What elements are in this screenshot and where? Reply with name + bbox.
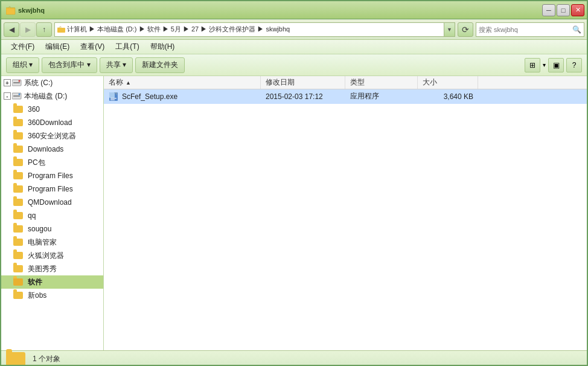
sidebar-item-sougou[interactable]: sougou xyxy=(1,222,103,236)
drive-c-icon xyxy=(12,78,22,88)
help-button[interactable]: ? xyxy=(566,58,582,72)
address-dropdown-button[interactable]: ▼ xyxy=(444,23,455,36)
share-button[interactable]: 共享 ▾ xyxy=(100,57,133,73)
svg-rect-2 xyxy=(57,28,65,33)
svg-rect-12 xyxy=(110,98,117,99)
sidebar: + 系统 (C:) - 本地磁盘 (D:) xyxy=(1,76,104,350)
column-name-header[interactable]: 名称 ▲ xyxy=(104,76,261,89)
column-date-header[interactable]: 修改日期 xyxy=(261,76,345,89)
search-icon[interactable]: 🔍 xyxy=(572,25,581,34)
drive-d-icon xyxy=(12,91,22,101)
sidebar-item-newobs[interactable]: 新obs xyxy=(1,289,103,302)
address-text: 计算机 ▶ 本地磁盘 (D:) ▶ 软件 ▶ 5月 ▶ 27 ▶ 沙科文件保护器… xyxy=(67,25,290,34)
folder-meitu-icon xyxy=(13,265,23,272)
sidebar-label-pcmgr: 电脑管家 xyxy=(28,237,57,248)
sidebar-label-firefox: 火狐浏览器 xyxy=(28,251,64,261)
column-size-header[interactable]: 大小 xyxy=(418,76,478,89)
sidebar-item-qq[interactable]: qq xyxy=(1,209,103,222)
close-button[interactable]: ✕ xyxy=(571,4,584,16)
folder-pcbao-icon xyxy=(13,159,23,166)
minimize-button[interactable]: ─ xyxy=(542,4,555,16)
sidebar-item-pcmanager[interactable]: 电脑管家 xyxy=(1,236,103,249)
sidebar-label-360br: 360安全浏览器 xyxy=(28,131,76,141)
sidebar-item-downloads[interactable]: Downloads xyxy=(1,143,103,156)
window-title: skwjbhq xyxy=(18,7,45,14)
sidebar-label-c: 系统 (C:) xyxy=(24,78,53,88)
address-bar[interactable]: 计算机 ▶ 本地磁盘 (D:) ▶ 软件 ▶ 5月 ▶ 27 ▶ 沙科文件保护器… xyxy=(54,22,455,37)
search-container: 🔍 xyxy=(476,22,584,37)
exe-file-icon xyxy=(109,92,118,101)
new-folder-button[interactable]: 新建文件夹 xyxy=(135,57,185,73)
folder-360-icon xyxy=(13,106,23,113)
status-bar: 1 个对象 xyxy=(1,350,587,366)
main-area: + 系统 (C:) - 本地磁盘 (D:) xyxy=(1,76,587,350)
sidebar-item-firefox[interactable]: 火狐浏览器 xyxy=(1,249,103,262)
sidebar-item-360browser[interactable]: 360安全浏览器 xyxy=(1,129,103,143)
nav-buttons: ◀ ▶ ↑ xyxy=(4,22,52,37)
sidebar-item-meitu[interactable]: 美图秀秀 xyxy=(1,262,103,275)
sidebar-item-ruanjian[interactable]: 软件 xyxy=(1,275,103,289)
menu-edit[interactable]: 编辑(E) xyxy=(40,40,74,53)
menu-tools[interactable]: 工具(T) xyxy=(110,40,144,53)
sidebar-label-qmdl: QMDownload xyxy=(28,198,72,207)
title-bar-buttons: ─ □ ✕ xyxy=(542,4,584,16)
organize-button[interactable]: 组织 ▾ xyxy=(6,57,39,73)
file-size-cell-0: 3,640 KB xyxy=(418,92,478,101)
svg-point-5 xyxy=(19,80,21,82)
back-button[interactable]: ◀ xyxy=(4,22,19,37)
toolbar: 组织 ▾ 包含到库中 ▾ 共享 ▾ 新建文件夹 ⊞ ▾ ▣ ? xyxy=(1,54,587,76)
sidebar-label-qq: qq xyxy=(28,211,36,220)
preview-pane-button[interactable]: ▣ xyxy=(548,58,564,72)
refresh-button[interactable]: ⟳ xyxy=(458,22,473,37)
folder-360br-icon xyxy=(13,132,23,140)
column-type-header[interactable]: 类型 xyxy=(345,76,418,89)
sidebar-label-360: 360 xyxy=(28,105,40,114)
search-input[interactable] xyxy=(479,26,572,33)
column-headers: 名称 ▲ 修改日期 类型 大小 xyxy=(104,76,587,89)
folder-pf2-icon xyxy=(13,185,23,193)
menu-file[interactable]: 文件(F) xyxy=(6,40,39,53)
menu-view[interactable]: 查看(V) xyxy=(75,40,109,53)
folder-qq-icon xyxy=(13,212,23,219)
folder-firefox-icon xyxy=(13,252,23,259)
forward-button[interactable]: ▶ xyxy=(20,22,36,37)
up-button[interactable]: ↑ xyxy=(36,22,52,37)
expand-icon-d[interactable]: - xyxy=(4,92,11,100)
file-type-cell-0: 应用程序 xyxy=(345,91,418,101)
file-row-0[interactable]: ScFef_Setup.exe 2015-02-03 17:12 应用程序 3,… xyxy=(104,89,587,104)
svg-rect-13 xyxy=(110,99,115,100)
title-bar: skwjbhq ─ □ ✕ xyxy=(1,1,587,19)
sidebar-label-pf2: Program Files xyxy=(28,185,73,193)
svg-rect-4 xyxy=(13,82,20,83)
folder-pcmgr-icon xyxy=(13,239,23,246)
sidebar-item-360download[interactable]: 360Download xyxy=(1,116,103,129)
maximize-button[interactable]: □ xyxy=(557,4,570,16)
expand-icon-c[interactable]: + xyxy=(4,79,11,86)
address-dropdown-icon: ▼ xyxy=(447,27,452,33)
folder-newobs-icon xyxy=(13,292,23,299)
sidebar-item-programfiles1[interactable]: Program Files xyxy=(1,169,103,182)
sidebar-item-local-d[interactable]: - 本地磁盘 (D:) xyxy=(1,89,103,103)
include-library-button[interactable]: 包含到库中 ▾ xyxy=(42,57,97,73)
view-layout-button[interactable]: ⊞ xyxy=(525,58,540,72)
view-arrow-icon[interactable]: ▾ xyxy=(543,62,546,68)
folder-pf1-icon xyxy=(13,172,23,179)
breadcrumb-folder-icon xyxy=(57,26,66,33)
address-area: ◀ ▶ ↑ 计算机 ▶ 本地磁盘 (D:) ▶ 软件 ▶ 5月 ▶ 27 ▶ 沙… xyxy=(1,19,587,40)
status-count: 1 个对象 xyxy=(33,354,60,364)
sidebar-label-360dl: 360Download xyxy=(28,118,72,127)
help-icon: ? xyxy=(572,61,577,69)
preview-icon: ▣ xyxy=(553,61,560,69)
sidebar-item-programfiles2[interactable]: Program Files xyxy=(1,182,103,196)
sidebar-item-system-c[interactable]: + 系统 (C:) xyxy=(1,76,103,89)
view-layout-icon: ⊞ xyxy=(529,61,535,69)
sidebar-item-360[interactable]: 360 xyxy=(1,103,103,116)
sidebar-item-pcbao[interactable]: PC包 xyxy=(1,156,103,169)
sidebar-label-ruanjian: 软件 xyxy=(28,277,42,287)
file-date-cell-0: 2015-02-03 17:12 xyxy=(261,92,345,101)
menu-help[interactable]: 帮助(H) xyxy=(145,40,180,53)
file-name-cell-0: ScFef_Setup.exe xyxy=(104,92,261,101)
svg-rect-1 xyxy=(6,8,10,10)
file-area: 名称 ▲ 修改日期 类型 大小 xyxy=(104,76,587,350)
sidebar-item-qmdownload[interactable]: QMDownload xyxy=(1,196,103,209)
